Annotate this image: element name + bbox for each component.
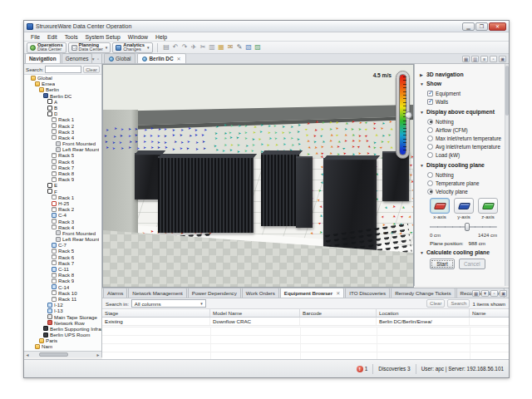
edit-icon[interactable]: ✎ [235, 43, 244, 52]
column-header[interactable]: Model Name [210, 309, 300, 317]
section-calculate[interactable]: ▼ Calculate cooling plane [420, 249, 505, 255]
export-icon[interactable]: ▨ [254, 43, 263, 52]
left-panel-tab[interactable]: Navigation [25, 53, 61, 63]
tree-item[interactable]: I-13 [24, 308, 101, 313]
display-above-radio-option[interactable]: Avg inlet/return temperature [427, 142, 505, 150]
radio-icon[interactable] [427, 180, 433, 186]
tree-item[interactable]: Rack 3 [24, 219, 101, 224]
tree-item[interactable]: F [24, 189, 101, 195]
close-icon[interactable]: ✕ [177, 56, 181, 62]
tree-item[interactable]: C-14 [24, 284, 101, 290]
menu-item[interactable]: Help [152, 33, 170, 41]
search-button[interactable]: Search [447, 299, 470, 308]
maximize-button[interactable]: ❐ [475, 22, 488, 31]
search-input[interactable] [45, 66, 81, 73]
radio-icon[interactable] [427, 144, 433, 150]
tree-item[interactable]: D [24, 111, 101, 116]
tree-item[interactable]: Rack 4 [24, 135, 101, 140]
maximize-panel-icon[interactable]: ▣ [499, 56, 506, 62]
slider-thumb[interactable] [465, 223, 470, 231]
undo-icon[interactable]: ↶ [171, 43, 180, 52]
view-tab[interactable]: Global ✕ [104, 53, 135, 63]
view-tab[interactable]: Berlin DC ✕ [137, 53, 185, 63]
table-view-icon[interactable]: ▦ [472, 290, 480, 297]
cooling-plane-radio-option[interactable]: Nothing [427, 170, 505, 179]
tree-item[interactable]: Nam [24, 343, 101, 349]
tree-item[interactable]: Rack 9 [24, 278, 101, 283]
discoveries-status[interactable]: Discoveries 3 [378, 366, 410, 372]
scroll-right-icon[interactable]: ► [95, 352, 101, 357]
radio-icon[interactable] [427, 172, 433, 178]
bottom-tab[interactable]: Equipment Browser ✕ [280, 288, 344, 298]
minimize-panel-icon[interactable]: ▫ [490, 56, 497, 62]
tree-item[interactable]: B [24, 105, 101, 111]
bottom-tab[interactable]: Remedy Change Tickets ✕ [391, 288, 455, 298]
planning-perspective-button[interactable]: Planning Data Center ▾ [68, 42, 111, 53]
tree-item[interactable]: Left Rear Mount [24, 146, 101, 152]
redo-icon[interactable]: ↷ [180, 43, 190, 52]
split-view-icon[interactable]: ▥ [471, 56, 479, 62]
menu-item[interactable]: System Setup [82, 33, 124, 41]
tree-item[interactable]: Berlin UPS Room [24, 332, 101, 337]
tree-item[interactable]: A [24, 99, 101, 105]
tree-item[interactable]: H-25 [24, 200, 101, 206]
server-rack[interactable] [382, 151, 409, 201]
filter-icon[interactable]: ▼ [481, 290, 489, 297]
tree-item[interactable]: Rack 2 [24, 206, 101, 212]
scale-handle[interactable] [405, 111, 412, 119]
display-above-radio-option[interactable]: Nothing [427, 117, 505, 126]
tree-item[interactable]: Rack 4 [24, 224, 101, 230]
tree-item[interactable]: Rack 5 [24, 152, 101, 158]
tree-item[interactable]: Rack 8 [24, 170, 101, 176]
bottom-tab[interactable]: Work Orders ✕ [242, 288, 279, 298]
cut-icon[interactable]: ✂ [199, 43, 208, 52]
bottom-tab[interactable]: Alarms ✕ [103, 288, 127, 298]
bottom-tab[interactable]: Power Dependency ✕ [188, 288, 241, 298]
axis-button[interactable] [454, 198, 474, 214]
display-above-radio-option[interactable]: Max inlet/return temperature [427, 134, 505, 142]
bottom-tab[interactable]: Network Management ✕ [128, 288, 187, 298]
tree-item[interactable]: Rack 6 [24, 254, 101, 260]
tree-item[interactable]: Main Tape Storage [24, 314, 101, 320]
section-show[interactable]: ▼ Show [420, 81, 505, 86]
column-header[interactable]: Barcode [300, 309, 377, 317]
analytics-perspective-button[interactable]: Analytics Changes ▾ [112, 42, 152, 53]
bottom-tab[interactable]: ITO Discoveries ✕ [345, 288, 390, 298]
column-header[interactable]: Location [377, 309, 470, 317]
show-checkbox-option[interactable]: Equipment [427, 89, 505, 97]
section-cooling-plane[interactable]: ▼ Display cooling plane [420, 162, 505, 168]
checkbox-icon[interactable] [427, 99, 433, 105]
radio-icon[interactable] [427, 189, 433, 195]
close-icon[interactable]: ✕ [336, 290, 340, 296]
tree-item[interactable]: Rack 2 [24, 123, 101, 129]
cooling-plane-radio-option[interactable]: Velocity plane [427, 187, 505, 195]
menu-item[interactable]: Edit [44, 33, 61, 41]
axis-button[interactable] [430, 198, 450, 214]
search-column-select[interactable]: All columns ▾ [131, 299, 206, 308]
minimize-button[interactable]: ▁ [462, 22, 475, 31]
right-panel-scrollbar[interactable] [505, 64, 509, 286]
operations-perspective-button[interactable]: Operations Data Center [27, 42, 66, 53]
panel-menu-icons[interactable]: ▾ ▫ [92, 57, 100, 62]
table-row[interactable]: Existing Downflow CRAC Berlin DC/Berlin/… [102, 318, 509, 326]
tree-item[interactable]: Rack 7 [24, 165, 101, 170]
scroll-left-icon[interactable]: ◄ [24, 352, 31, 357]
tree-item[interactable]: Front Mounted [24, 140, 101, 146]
tree-item[interactable]: I-12 [24, 302, 101, 308]
radio-icon[interactable] [427, 135, 433, 141]
mail-icon[interactable]: ✉ [226, 43, 235, 52]
maximize-panel-icon[interactable]: ▣ [500, 290, 507, 297]
tree-item[interactable]: Berlin [24, 86, 101, 92]
minimize-panel-icon[interactable]: ▫ [490, 290, 498, 297]
tree-item[interactable]: C-11 [24, 266, 101, 272]
server-rack-row[interactable] [158, 156, 254, 233]
column-header[interactable]: Name [470, 309, 532, 317]
radio-icon[interactable] [427, 127, 433, 133]
3d-viewport[interactable]: ➤➤➤➤➤➤➤➤➤➤➤➤➤➤➤➤➤➤➤➤➤➤➤➤➤➤➤➤➤➤➤➤➤➤➤➤➤➤➤➤… [102, 64, 414, 288]
tree-item[interactable]: Berlin Supporting Infrastru [24, 326, 101, 332]
tree-item[interactable]: Rack 10 [24, 290, 101, 296]
scrollbar-thumb[interactable] [39, 352, 68, 357]
close-button[interactable]: ✕ [489, 22, 506, 31]
display-above-radio-option[interactable]: Airflow (CFM) [427, 126, 505, 134]
image-icon[interactable]: ▦ [217, 43, 226, 52]
